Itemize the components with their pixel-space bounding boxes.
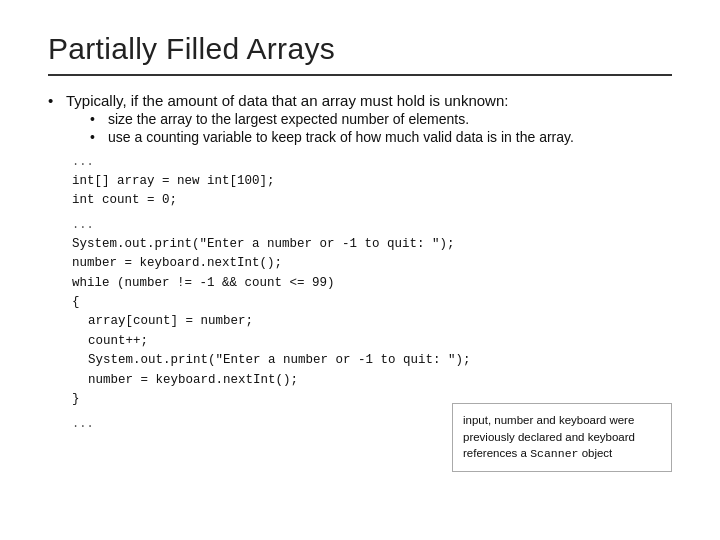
sub-bullet-2: use a counting variable to keep track of… xyxy=(90,129,672,145)
code-section-2: ... System.out.print("Enter a number or … xyxy=(72,216,672,409)
slide-title: Partially Filled Arrays xyxy=(48,32,672,66)
tooltip-box: input, number and keyboard were previous… xyxy=(452,403,672,472)
sub-bullet-1: size the array to the largest expected n… xyxy=(90,111,672,127)
code-section-1: ... int[] array = new int[100]; int coun… xyxy=(72,153,672,210)
code-line-4: number = keyboard.nextInt(); xyxy=(72,254,672,273)
sub-bullet-list: size the array to the largest expected n… xyxy=(90,111,672,145)
slide: Partially Filled Arrays Typically, if th… xyxy=(0,0,720,540)
tooltip-text-1: input, number and keyboard were previous… xyxy=(463,414,635,459)
title-divider xyxy=(48,74,672,76)
code-line-5: array[count] = number; xyxy=(72,312,672,331)
dots-1: ... xyxy=(72,153,672,172)
bullet-item-1: Typically, if the amount of data that an… xyxy=(48,92,672,145)
dots-2: ... xyxy=(72,216,672,235)
code-line-6: count++; xyxy=(72,332,672,351)
code-line-7: System.out.print("Enter a number or -1 t… xyxy=(72,351,672,370)
main-bullet-list: Typically, if the amount of data that an… xyxy=(48,92,672,145)
code-line-8: number = keyboard.nextInt(); xyxy=(72,371,672,390)
code-line-3: System.out.print("Enter a number or -1 t… xyxy=(72,235,672,254)
code-line-2: int count = 0; xyxy=(72,191,672,210)
code-line-open-brace: { xyxy=(72,293,672,312)
code-line-1: int[] array = new int[100]; xyxy=(72,172,672,191)
code-line-while: while (number != -1 && count <= 99) xyxy=(72,274,672,293)
code-block: ... int[] array = new int[100]; int coun… xyxy=(48,153,672,434)
tooltip-scanner-code: Scanner xyxy=(530,447,578,460)
